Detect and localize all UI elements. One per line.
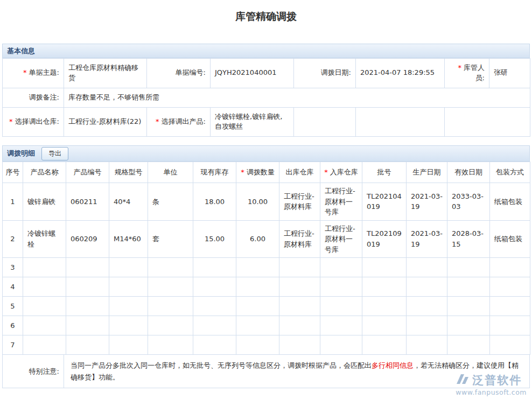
table-cell xyxy=(279,258,320,277)
table-row: 5 xyxy=(3,297,530,316)
table-cell xyxy=(490,335,530,355)
table-cell: 冷镀锌螺栓 xyxy=(23,220,66,258)
table-cell: 2021-03-19 xyxy=(407,183,447,221)
note-text-before: 当同一产品分多批次入同一仓库时，如无批号、无序列号等信息区分，调拨时根据产品，会… xyxy=(71,361,372,369)
table-cell xyxy=(236,335,279,355)
table-cell xyxy=(193,316,236,335)
form-row: 调拨备注: 库存数量不足，不够销售所需 xyxy=(3,88,530,107)
table-cell: 工程行业-原材料一号库 xyxy=(320,220,362,258)
table-cell xyxy=(23,258,66,277)
table-cell xyxy=(66,335,109,355)
table-cell xyxy=(279,277,320,297)
table-cell xyxy=(109,258,148,277)
table-cell xyxy=(362,316,407,335)
keeper-value: 张研 xyxy=(489,59,530,88)
table-cell xyxy=(148,277,193,297)
table-row: 7 xyxy=(3,335,530,355)
table-cell xyxy=(236,258,279,277)
table-cell xyxy=(447,277,490,297)
table-cell: 镀锌扁铁 xyxy=(23,183,66,221)
table-cell xyxy=(148,297,193,316)
table-cell: 条 xyxy=(148,183,193,221)
table-cell: 工程行业-原材料库 xyxy=(279,183,320,221)
table-row: 6 xyxy=(3,316,530,335)
table-cell xyxy=(320,316,362,335)
detail-table: 序号产品名称产品编号规格型号单位现有库存*调拨数量出库仓库*入库仓库批号生产日期… xyxy=(2,162,530,355)
transfer-date-label: 调拨日期: xyxy=(294,59,356,88)
special-note-text: 当同一产品分多批次入同一仓库时，如无批号、无序列号等信息区分，调拨时根据产品，会… xyxy=(64,355,529,388)
table-cell: 3 xyxy=(3,258,23,277)
table-cell xyxy=(362,258,407,277)
column-header: 产品编号 xyxy=(66,162,109,183)
table-cell xyxy=(148,258,193,277)
table-cell xyxy=(236,277,279,297)
table-cell: 7 xyxy=(3,335,23,355)
table-cell xyxy=(193,297,236,316)
table-cell xyxy=(66,258,109,277)
table-cell xyxy=(490,297,530,316)
detail-title: 调拨明细 xyxy=(7,149,35,158)
empty-cell xyxy=(294,107,356,137)
doc-no-label: 单据编号: xyxy=(147,59,211,88)
column-header: 有效日期 xyxy=(447,162,490,183)
table-row: 4 xyxy=(3,277,530,297)
column-header: 规格型号 xyxy=(109,162,148,183)
table-cell xyxy=(362,297,407,316)
column-header: 出库仓库 xyxy=(279,162,320,183)
table-cell xyxy=(193,277,236,297)
basic-info-section-header: 基本信息 xyxy=(2,44,530,58)
table-cell xyxy=(148,316,193,335)
column-header: 批号 xyxy=(362,162,407,183)
table-cell: 2021-03-19 xyxy=(407,220,447,258)
table-cell xyxy=(279,335,320,355)
empty-cell xyxy=(356,107,445,137)
table-cell: 40*4 xyxy=(109,183,148,221)
out-product-label: *选择调出产品: xyxy=(147,107,211,137)
remark-value: 库存数量不足，不够销售所需 xyxy=(64,88,530,107)
table-cell xyxy=(407,258,447,277)
table-cell xyxy=(66,277,109,297)
detail-table-body: 1镀锌扁铁06021140*4条18.0010.00工程行业-原材料库工程行业-… xyxy=(3,183,530,355)
table-cell xyxy=(66,316,109,335)
column-header: 序号 xyxy=(3,162,23,183)
export-button[interactable]: 导出 xyxy=(41,147,68,160)
table-cell: 纸箱包装 xyxy=(490,183,530,221)
out-warehouse-value: 工程行业-原材料库(22) xyxy=(64,107,147,137)
table-cell: TL202109019 xyxy=(362,220,407,258)
table-cell xyxy=(447,316,490,335)
table-cell xyxy=(362,277,407,297)
table-cell xyxy=(320,297,362,316)
table-cell xyxy=(407,316,447,335)
table-cell xyxy=(109,335,148,355)
table-cell: 10.00 xyxy=(236,183,279,221)
special-note-label: 特别注意: xyxy=(3,355,64,388)
table-cell: 5 xyxy=(3,297,23,316)
subject-value: 工程仓库原材料精确移货 xyxy=(64,59,147,88)
table-cell: 2 xyxy=(3,220,23,258)
column-header: *调拨数量 xyxy=(236,162,279,183)
table-cell: 工程行业-原材料一号库 xyxy=(320,183,362,221)
special-note-row: 特别注意: 当同一产品分多批次入同一仓库时，如无批号、无序列号等信息区分，调拨时… xyxy=(2,355,530,388)
form-row: *选择调出仓库: 工程行业-原材料库(22) *选择调出产品: 冷镀锌螺栓,镀锌… xyxy=(3,107,530,137)
table-row: 3 xyxy=(3,258,530,277)
table-cell: 2033-03-03 xyxy=(447,183,490,221)
table-cell xyxy=(279,316,320,335)
transfer-date-value: 2021-04-07 18:29:55 xyxy=(356,59,445,88)
table-cell: 2028-03-15 xyxy=(447,220,490,258)
form-row: *单据主题: 工程仓库原材料精确移货 单据编号: JQYH2021040001 … xyxy=(3,59,530,88)
keeper-label: *库管人员: xyxy=(445,59,489,88)
table-cell xyxy=(407,297,447,316)
table-cell: 18.00 xyxy=(193,183,236,221)
table-cell: 工程行业-原材料库 xyxy=(279,220,320,258)
table-cell xyxy=(148,335,193,355)
table-cell xyxy=(66,297,109,316)
detail-header-row: 序号产品名称产品编号规格型号单位现有库存*调拨数量出库仓库*入库仓库批号生产日期… xyxy=(3,162,530,183)
column-header: 生产日期 xyxy=(407,162,447,183)
detail-section-header: 调拨明细 导出 xyxy=(2,145,530,162)
table-cell: TL202104019 xyxy=(362,183,407,221)
table-cell xyxy=(320,258,362,277)
table-cell: 15.00 xyxy=(193,220,236,258)
table-cell xyxy=(362,335,407,355)
out-warehouse-label: *选择调出仓库: xyxy=(3,107,64,137)
table-cell xyxy=(320,277,362,297)
